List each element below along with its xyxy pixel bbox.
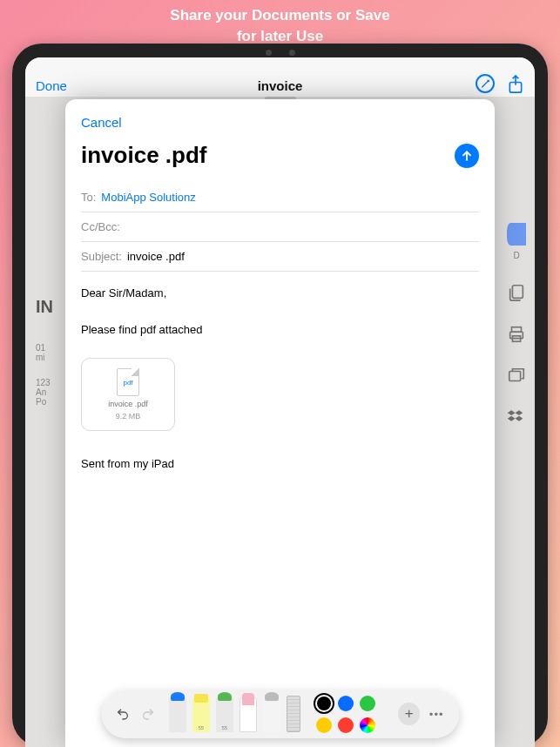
attachment-name: invoice .pdf — [108, 400, 148, 408]
dropbox-icon[interactable] — [507, 408, 526, 427]
redo-icon[interactable] — [138, 704, 157, 723]
attachment-card[interactable]: pdf invoice .pdf 9.2 MB — [81, 358, 175, 431]
color-green[interactable] — [360, 696, 375, 711]
compose-title: invoice .pdf — [81, 142, 206, 169]
header-title: invoice — [258, 78, 303, 93]
color-palette — [316, 696, 392, 733]
marker-tool[interactable]: 55 — [192, 697, 210, 732]
print-icon[interactable] — [507, 325, 526, 344]
send-button[interactable] — [455, 144, 479, 168]
subject-label: Subject: — [81, 250, 122, 263]
promo-banner: Share your Documents or Save for later U… — [0, 0, 560, 47]
color-blue[interactable] — [338, 696, 354, 711]
ipad-frame: IN 01mi 123AnPo Done invoice — [12, 44, 548, 747]
app-header: Done invoice — [25, 57, 535, 97]
bluetooth-icon[interactable] — [507, 223, 526, 246]
promo-line1: Share your Documents or Save — [0, 5, 560, 26]
copy-icon[interactable] — [507, 283, 526, 302]
mail-signature: Sent from my iPad — [81, 457, 479, 470]
bluetooth-label: D — [513, 251, 519, 260]
done-button[interactable]: Done — [36, 78, 67, 93]
color-red[interactable] — [338, 717, 354, 733]
undo-icon[interactable] — [114, 704, 132, 723]
pdf-badge: pdf — [123, 379, 132, 387]
add-shape-button[interactable]: + — [398, 703, 419, 725]
svg-rect-5 — [509, 372, 521, 381]
markup-mode-icon[interactable] — [476, 74, 495, 93]
window-icon[interactable] — [507, 367, 526, 386]
subject-field[interactable]: Subject: invoice .pdf — [81, 242, 479, 272]
camera-notch — [250, 49, 311, 56]
ipad-screen: IN 01mi 123AnPo Done invoice — [25, 57, 535, 747]
svg-rect-2 — [512, 327, 522, 333]
ccbcc-field[interactable]: Cc/Bcc: — [81, 212, 479, 242]
attachment-size: 9.2 MB — [116, 412, 141, 421]
color-picker-icon[interactable] — [360, 717, 375, 733]
svg-rect-1 — [512, 286, 523, 299]
ccbcc-label: Cc/Bcc: — [81, 220, 120, 233]
color-yellow[interactable] — [316, 717, 332, 733]
markup-toolbar: 55 55 + ••• — [102, 690, 459, 738]
to-value: MobiApp Solutionz — [101, 191, 195, 204]
tools-group: 55 55 — [169, 696, 300, 732]
to-label: To: — [81, 191, 96, 204]
subject-value: invoice .pdf — [127, 250, 185, 263]
mail-body[interactable]: Dear Sir/Madam, Please find pdf attached — [81, 285, 479, 339]
more-icon[interactable]: ••• — [427, 708, 447, 721]
share-icon[interactable] — [507, 74, 524, 93]
pdf-file-icon: pdf — [117, 368, 139, 396]
pencil-tool[interactable]: 55 — [216, 697, 233, 732]
body-message: Please find pdf attached — [81, 321, 479, 340]
color-black[interactable] — [317, 697, 331, 710]
ruler-tool[interactable] — [287, 696, 300, 732]
share-side-panel: D — [502, 223, 531, 427]
to-field[interactable]: To: MobiApp Solutionz — [81, 183, 479, 212]
cancel-button[interactable]: Cancel — [81, 115, 479, 130]
body-greeting: Dear Sir/Madam, — [81, 285, 479, 303]
lasso-tool[interactable] — [263, 697, 280, 732]
pen-tool[interactable] — [169, 697, 186, 732]
mail-compose-modal: Cancel invoice .pdf To: MobiApp Solution… — [65, 99, 495, 747]
eraser-tool[interactable] — [240, 697, 257, 732]
